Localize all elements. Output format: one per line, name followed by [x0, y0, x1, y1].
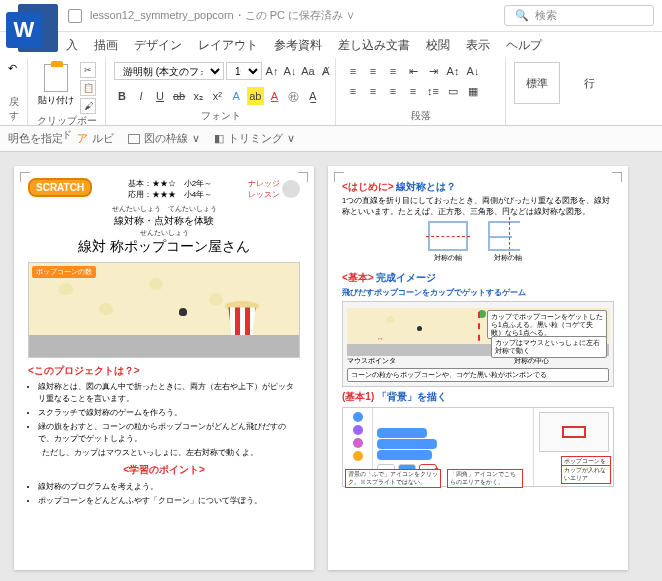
- project-bullets: 線対称とは、図の真ん中で折ったときに、両方（左右や上下）がピッタリ重なることを言…: [28, 381, 300, 445]
- numbering-icon[interactable]: ≡: [364, 62, 382, 80]
- tab-draw[interactable]: 描画: [94, 37, 118, 54]
- font-size-select[interactable]: 10.5: [226, 62, 262, 80]
- completed-game-thumb: ↔ ↔ カップでポップコーンをゲットしたら1点ふえる。黒い粒（コゲて失敗）なら1…: [342, 301, 614, 387]
- shading-icon[interactable]: ▭: [444, 82, 462, 100]
- learning-bullets: 線対称のプログラムを考えよう。 ポップコーンをどんどんふやす「クローン」について…: [28, 481, 300, 507]
- ribbon-tabs: 入 描画 デザイン レイアウト 参考資料 差し込み文書 校閲 表示 ヘルプ: [0, 32, 662, 58]
- char-border-icon[interactable]: A̲: [305, 87, 321, 105]
- undo-group-label: 戻す: [8, 95, 19, 123]
- tab-mailings[interactable]: 差し込み文書: [338, 37, 410, 54]
- line-spacing-icon[interactable]: ↕≡: [424, 82, 442, 100]
- difficulty-levels: 基本：★★☆ 小2年～ 応用：★★★ 小4年～: [128, 178, 212, 200]
- page-2: <はじめに> 線対称とは？ 1つの直線を折り目にしておったとき、両側がぴったり重…: [328, 166, 628, 570]
- style-heading[interactable]: 行: [566, 62, 612, 104]
- font-family-select[interactable]: 游明朝 (本文のフォント: [114, 62, 224, 80]
- paste-icon: [44, 64, 68, 92]
- paste-button[interactable]: 貼り付け: [36, 62, 76, 109]
- clear-format-icon[interactable]: A̸: [318, 62, 334, 80]
- paste-label: 貼り付け: [38, 94, 74, 107]
- change-case-icon[interactable]: Aa: [300, 62, 316, 80]
- tab-review[interactable]: 校閲: [426, 37, 450, 54]
- cut-icon[interactable]: ✂: [80, 62, 96, 78]
- document-area[interactable]: SCRATCH 基本：★★☆ 小2年～ 応用：★★★ 小4年～ ナレッジ レッス…: [0, 152, 662, 581]
- sort-icon[interactable]: A↓: [464, 62, 482, 80]
- search-icon: 🔍: [515, 9, 529, 22]
- align-left-icon[interactable]: ≡: [344, 82, 362, 100]
- superscript-button[interactable]: x²: [209, 87, 225, 105]
- tab-insert[interactable]: 入: [66, 37, 78, 54]
- game-preview-image: ポップコーンの数: [28, 262, 300, 358]
- section-learning: <学習のポイント>: [28, 463, 300, 477]
- indent-right-icon[interactable]: ⇥: [424, 62, 442, 80]
- underline-button[interactable]: U: [152, 87, 168, 105]
- save-icon[interactable]: [68, 9, 82, 23]
- page-1: SCRATCH 基本：★★☆ 小2年～ 応用：★★★ 小4年～ ナレッジ レッス…: [14, 166, 314, 570]
- p2-heading-basic: <基本> 完成イメージ: [342, 271, 614, 285]
- multilevel-icon[interactable]: ≡: [384, 62, 402, 80]
- page1-title: せんたいしょう てんたいしょう 線対称・点対称を体験 せんたいしょう 線対 称ポ…: [28, 204, 300, 256]
- p2-heading-intro: <はじめに> 線対称とは？: [342, 180, 614, 194]
- format-painter-icon[interactable]: 🖌: [80, 98, 96, 114]
- section-project: <このプロジェクトは？>: [28, 364, 300, 378]
- strike-button[interactable]: ab: [171, 87, 187, 105]
- transparent-color-button[interactable]: 明色を指定: [8, 131, 63, 146]
- font-color-icon[interactable]: A: [267, 87, 283, 105]
- bullets-icon[interactable]: ≡: [344, 62, 362, 80]
- tab-design[interactable]: デザイン: [134, 37, 182, 54]
- paragraph-group-label: 段落: [344, 109, 497, 123]
- shrink-font-icon[interactable]: A↓: [282, 62, 298, 80]
- crop-button[interactable]: ◧トリミング ∨: [214, 131, 295, 146]
- grow-font-icon[interactable]: A↑: [264, 62, 280, 80]
- highlight-icon[interactable]: ab: [247, 87, 263, 105]
- symmetry-diagram: 対称の軸 対称の軸: [342, 221, 614, 263]
- subscript-button[interactable]: x₂: [190, 87, 206, 105]
- tab-help[interactable]: ヘルプ: [506, 37, 542, 54]
- search-placeholder: 検索: [535, 8, 557, 23]
- picture-border-button[interactable]: 図の枠線 ∨: [128, 131, 200, 146]
- document-title: lesson12_symmetry_popcorn・この PC に保存済み ∨: [90, 8, 355, 23]
- knowledge-lesson-logo: ナレッジ レッスン: [248, 178, 300, 200]
- text-direction-icon[interactable]: A↕: [444, 62, 462, 80]
- ribbon: ↶ 戻す 貼り付け ✂ 📋 🖌 クリップボード 游明朝 (本文のフォント 10.…: [0, 58, 662, 126]
- tab-layout[interactable]: レイアウト: [198, 37, 258, 54]
- align-center-icon[interactable]: ≡: [364, 82, 382, 100]
- tab-view[interactable]: 表示: [466, 37, 490, 54]
- style-normal[interactable]: 標準: [514, 62, 560, 104]
- stage-preview: [539, 412, 609, 452]
- p2-heading-step1: (基本1) 「背景」を描く: [342, 390, 614, 404]
- tab-references[interactable]: 参考資料: [274, 37, 322, 54]
- indent-left-icon[interactable]: ⇤: [404, 62, 422, 80]
- italic-button[interactable]: I: [133, 87, 149, 105]
- justify-icon[interactable]: ≡: [404, 82, 422, 100]
- font-group-label: フォント: [114, 109, 327, 123]
- copy-icon[interactable]: 📋: [80, 80, 96, 96]
- enclose-char-icon[interactable]: ㊓: [286, 87, 302, 105]
- scratch-editor-thumb: ✕ 🖌 ポップコーンをゲットするエリア カップが入れないエリア 背景の「ふで」ア…: [342, 407, 614, 487]
- p2-intro-text: 1つの直線を折り目にしておったとき、両側がぴったり重なる図形を、線対称といいます…: [342, 196, 614, 217]
- undo-icon[interactable]: ↶: [8, 62, 17, 75]
- bold-button[interactable]: B: [114, 87, 130, 105]
- align-right-icon[interactable]: ≡: [384, 82, 402, 100]
- search-box[interactable]: 🔍 検索: [504, 5, 654, 26]
- scratch-logo: SCRATCH: [28, 178, 92, 197]
- p2-game-desc: 飛びだすポップコーンをカップでゲットするゲーム: [342, 287, 614, 298]
- ruby-button[interactable]: アルビ: [77, 131, 114, 146]
- sub-ribbon: 明色を指定 アルビ 図の枠線 ∨ ◧トリミング ∨: [0, 126, 662, 152]
- text-effects-icon[interactable]: A: [228, 87, 244, 105]
- word-app-icon: W: [6, 4, 58, 56]
- borders-icon[interactable]: ▦: [464, 82, 482, 100]
